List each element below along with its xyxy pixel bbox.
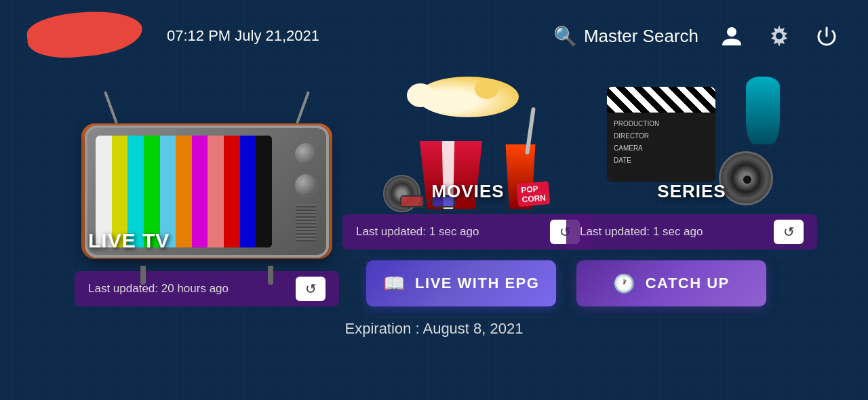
series-last-updated: Last updated: 1 sec ago: [580, 225, 703, 239]
search-icon: 🔍: [553, 25, 577, 47]
clapper-line4: DATE: [614, 155, 709, 167]
header-left: 07:12 PM July 21,2021: [27, 12, 319, 60]
actions-row: 📖 LIVE WITH EPG 🕐 CATCH UP: [366, 260, 793, 306]
tv-knob-2: [294, 173, 318, 197]
live-epg-label: LIVE WITH EPG: [415, 275, 539, 292]
series-image: PRODUCTION DIRECTOR CAMERA DATE: [590, 73, 793, 209]
movies-card: POPCORN MOVIES: [366, 73, 570, 249]
tv-knob-1: [294, 142, 318, 166]
tv-legs: [140, 266, 273, 285]
series-label: SERIES: [657, 181, 726, 202]
tv-illustration: LIVE TV: [75, 117, 339, 266]
search-label: Master Search: [584, 26, 698, 47]
tv-antenna-left: [104, 91, 118, 123]
live-tv-refresh-button[interactable]: ↺: [296, 277, 326, 301]
series-refresh-button[interactable]: ↺: [774, 220, 804, 244]
catch-up-label: CATCH UP: [646, 275, 730, 292]
series-card: PRODUCTION DIRECTOR CAMERA DATE: [590, 73, 793, 249]
epg-icon: 📖: [383, 273, 406, 294]
svg-point-0: [727, 27, 736, 37]
expiration-text: Expiration : August 8, 2021: [345, 320, 524, 338]
movies-last-updated: Last updated: 1 sec ago: [356, 225, 479, 239]
series-footer: Last updated: 1 sec ago ↺: [566, 214, 817, 249]
tv-speaker: [296, 204, 316, 241]
tv-controls: [294, 142, 318, 241]
catch-up-button[interactable]: 🕐 CATCH UP: [576, 260, 766, 306]
movies-label: MOVIES: [431, 181, 504, 202]
header-right: 🔍 Master Search: [553, 22, 841, 50]
logo: [27, 12, 149, 60]
live-tv-card: LIVE TV Last updated: 20 hours ago ↺: [75, 117, 339, 306]
logo-blob-shape: [25, 7, 144, 62]
movies-image: POPCORN MOVIES: [366, 73, 570, 209]
user-icon[interactable]: [717, 22, 746, 50]
power-icon[interactable]: [812, 22, 841, 50]
cards-row: LIVE TV Last updated: 20 hours ago ↺: [41, 73, 827, 306]
tv-antenna-right: [296, 91, 310, 123]
svg-point-2: [776, 33, 783, 39]
right-column: POPCORN MOVIES: [366, 73, 793, 306]
popcorn-label: POPCORN: [516, 181, 550, 207]
live-epg-button[interactable]: 📖 LIVE WITH EPG: [366, 260, 556, 306]
clapper-line2: DIRECTOR: [614, 130, 709, 142]
settings-icon[interactable]: [765, 22, 793, 50]
catchup-icon: 🕐: [613, 273, 636, 294]
main-content: LIVE TV Last updated: 20 hours ago ↺: [0, 60, 868, 338]
header: 07:12 PM July 21,2021 🔍 Master Search: [0, 0, 868, 60]
movies-footer: Last updated: 1 sec ago ↺: [342, 214, 593, 249]
clapper-line1: PRODUCTION: [614, 118, 709, 130]
tv-leg-right: [268, 266, 273, 285]
tv-leg-left: [140, 266, 146, 285]
clapper-line3: CAMERA: [614, 142, 709, 155]
live-tv-label: LIVE TV: [88, 229, 170, 252]
search-area[interactable]: 🔍 Master Search: [553, 25, 698, 47]
datetime: 07:12 PM July 21,2021: [167, 27, 319, 45]
media-cards-row: POPCORN MOVIES: [366, 73, 793, 249]
